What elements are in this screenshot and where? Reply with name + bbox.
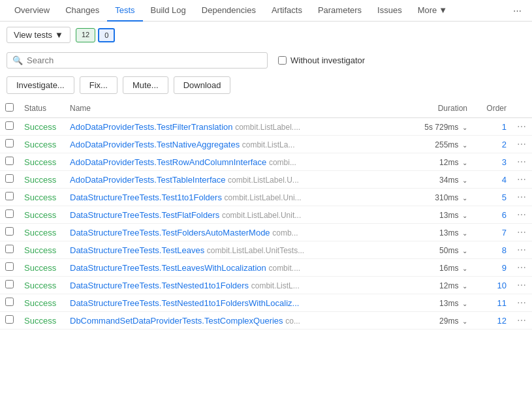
row-checkbox[interactable]: [5, 315, 14, 324]
test-name-link[interactable]: DataStructureTreeTests.TestLeavesWithLoc…: [70, 263, 266, 273]
row-checkbox[interactable]: [5, 280, 14, 288]
row-name: DataStructureTreeTests.TestNested1to1Fol…: [65, 294, 407, 312]
duration-chevron-icon[interactable]: ⌄: [462, 177, 467, 184]
failed-pill[interactable]: 0: [98, 28, 115, 42]
fix-button[interactable]: Fix...: [80, 76, 117, 94]
select-all-header: [0, 99, 19, 118]
tab-dependencies[interactable]: Dependencies: [194, 0, 264, 22]
row-checkbox[interactable]: [5, 298, 14, 306]
row-name: AdoDataProviderTests.TestFilterTranslati…: [65, 118, 407, 136]
row-name: AdoDataProviderTests.TestTableInterface …: [65, 171, 407, 189]
test-name-link[interactable]: DataStructureTreeTests.TestLeaves: [70, 245, 204, 255]
duration-chevron-icon[interactable]: ⌄: [462, 247, 467, 254]
test-name-link[interactable]: DataStructureTreeTests.TestFlatFolders: [70, 210, 219, 220]
table-row: Success DataStructureTreeTests.TestFlatF…: [0, 206, 532, 224]
test-name-link[interactable]: DataStructureTreeTests.Test1to1Folders: [70, 192, 222, 202]
duration-chevron-icon[interactable]: ⌄: [462, 212, 467, 219]
row-menu-icon[interactable]: ⋯: [517, 139, 527, 149]
tab-artifacts[interactable]: Artifacts: [264, 0, 310, 22]
row-checkbox[interactable]: [5, 157, 14, 165]
table-row: Success AdoDataProviderTests.TestTableIn…: [0, 171, 532, 189]
row-name: DataStructureTreeTests.TestFlatFolders c…: [65, 206, 407, 224]
row-duration: 13ms ⌄: [407, 294, 473, 312]
row-menu-icon[interactable]: ⋯: [517, 262, 527, 273]
row-actions: ⋯: [512, 206, 532, 224]
test-name-link[interactable]: DataStructureTreeTests.TestNested1to1Fol…: [70, 298, 299, 308]
view-tests-button[interactable]: View tests ▼: [7, 27, 70, 43]
row-order: 9: [473, 259, 512, 277]
tab-overview[interactable]: Overview: [7, 0, 57, 22]
test-name-link[interactable]: DataStructureTreeTests.TestFoldersAutoMa…: [70, 228, 270, 238]
more-options-icon[interactable]: ⋯: [509, 1, 525, 21]
row-menu-icon[interactable]: ⋯: [517, 227, 527, 238]
row-menu-icon[interactable]: ⋯: [517, 298, 527, 308]
row-status: Success: [19, 224, 65, 241]
row-checkbox[interactable]: [5, 245, 14, 253]
tab-changes[interactable]: Changes: [57, 0, 107, 22]
tab-tests[interactable]: Tests: [107, 0, 142, 22]
row-actions: ⋯: [512, 277, 532, 294]
row-duration: 310ms ⌄: [407, 189, 473, 206]
row-checkbox-cell: [0, 118, 19, 136]
row-menu-icon[interactable]: ⋯: [517, 209, 527, 220]
without-investigator-checkbox[interactable]: [278, 56, 287, 65]
test-name-secondary: combit.ListLabel.Unit...: [222, 211, 301, 220]
test-name-link[interactable]: DataStructureTreeTests.TestNested1to1Fol…: [70, 281, 249, 290]
download-button[interactable]: Download: [174, 76, 231, 94]
test-name-secondary: combit.ListLa...: [242, 140, 295, 149]
row-status: Success: [19, 171, 65, 189]
select-all-checkbox[interactable]: [5, 103, 14, 112]
row-checkbox[interactable]: [5, 174, 14, 183]
row-menu-icon[interactable]: ⋯: [517, 245, 527, 255]
order-column-header: Order: [473, 99, 512, 118]
row-checkbox-cell: [0, 136, 19, 153]
duration-chevron-icon[interactable]: ⌄: [462, 142, 467, 149]
table-row: Success AdoDataProviderTests.TestFilterT…: [0, 118, 532, 136]
without-investigator-label[interactable]: Without investigator: [278, 55, 365, 65]
row-checkbox[interactable]: [5, 192, 14, 200]
row-checkbox[interactable]: [5, 227, 14, 236]
duration-chevron-icon[interactable]: ⌄: [462, 194, 467, 202]
duration-chevron-icon[interactable]: ⌄: [462, 124, 467, 131]
row-menu-icon[interactable]: ⋯: [517, 192, 527, 202]
duration-chevron-icon[interactable]: ⌄: [462, 265, 467, 272]
duration-chevron-icon[interactable]: ⌄: [462, 230, 467, 237]
row-duration: 16ms ⌄: [407, 259, 473, 277]
duration-chevron-icon[interactable]: ⌄: [462, 318, 467, 325]
search-input[interactable]: [27, 55, 262, 65]
toolbar: View tests ▼ 12 0: [0, 22, 532, 48]
row-menu-icon[interactable]: ⋯: [517, 315, 527, 326]
test-name-link[interactable]: AdoDataProviderTests.TestRowAndColumnInt…: [70, 157, 266, 167]
test-name-link[interactable]: AdoDataProviderTests.TestTableInterface: [70, 175, 225, 185]
row-actions: ⋯: [512, 241, 532, 259]
row-actions: ⋯: [512, 294, 532, 312]
row-menu-icon[interactable]: ⋯: [517, 280, 527, 290]
row-menu-icon[interactable]: ⋯: [517, 174, 527, 185]
row-checkbox[interactable]: [5, 262, 14, 271]
test-name-link[interactable]: AdoDataProviderTests.TestNativeAggregate…: [70, 140, 240, 149]
row-order: 6: [473, 206, 512, 224]
investigate-button[interactable]: Investigate...: [7, 76, 74, 94]
tab-parameters[interactable]: Parameters: [310, 0, 369, 22]
duration-chevron-icon[interactable]: ⌄: [462, 159, 467, 166]
mute-button[interactable]: Mute...: [123, 76, 168, 94]
row-status: Success: [19, 241, 65, 259]
tab-more[interactable]: More ▼: [410, 0, 456, 22]
test-name-link[interactable]: DbCommandSetDataProviderTests.TestComple…: [70, 316, 283, 326]
row-status: Success: [19, 189, 65, 206]
row-menu-icon[interactable]: ⋯: [517, 157, 527, 167]
success-pill[interactable]: 12: [76, 28, 95, 42]
tab-build-log[interactable]: Build Log: [143, 0, 194, 22]
row-checkbox[interactable]: [5, 121, 14, 130]
status-column-header: Status: [19, 99, 65, 118]
row-checkbox[interactable]: [5, 209, 14, 218]
search-bar: 🔍 Without investigator: [0, 48, 532, 74]
duration-chevron-icon[interactable]: ⌄: [462, 283, 467, 290]
row-checkbox[interactable]: [5, 139, 14, 147]
row-menu-icon[interactable]: ⋯: [517, 121, 527, 132]
row-actions: ⋯: [512, 312, 532, 330]
row-order: 1: [473, 118, 512, 136]
duration-chevron-icon[interactable]: ⌄: [462, 300, 467, 307]
test-name-link[interactable]: AdoDataProviderTests.TestFilterTranslati…: [70, 122, 233, 132]
tab-issues[interactable]: Issues: [369, 0, 410, 22]
